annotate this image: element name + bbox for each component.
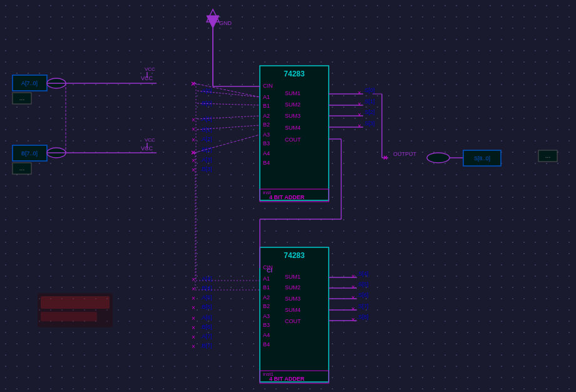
bus-b-dots: ... — [19, 165, 24, 172]
cross-s0: × — [357, 90, 361, 96]
net-s2: .S[2] — [363, 109, 375, 115]
output-connector — [427, 153, 450, 163]
ic1-title: 74283 — [284, 70, 305, 78]
input-a-label: A[7..0] — [21, 80, 38, 86]
cross-b7: × — [192, 343, 195, 350]
cross-s1: × — [357, 101, 361, 108]
net-a7: .A[7] — [200, 333, 212, 339]
vcc1-symbol: VCC — [145, 66, 155, 72]
ic1-pin-b2: B2 — [263, 121, 270, 128]
ic2-pin-cout: COUT — [285, 318, 301, 324]
ic2-pin-a1: A1 — [263, 276, 270, 282]
net-s7: .S[7] — [357, 303, 369, 309]
ic1-pin-sum3: SUM3 — [285, 113, 301, 119]
ic1-pin-a4: A4 — [263, 150, 270, 157]
ic1-pin-a2: A2 — [263, 113, 270, 119]
cross-a7: × — [192, 334, 195, 341]
ic2-type: 4 BIT ADDER — [269, 376, 305, 382]
ic1-pin-sum4: SUM4 — [285, 125, 301, 131]
cross-s2: × — [357, 111, 361, 118]
ic1-pin-a3: A3 — [263, 132, 270, 138]
bus-a-dots: ... — [19, 95, 24, 101]
cross-s7: × — [351, 306, 355, 312]
ic2-pin-b3: B3 — [263, 322, 270, 328]
cross-a4: × — [192, 276, 195, 283]
ic2-pin-sum4: SUM4 — [285, 307, 301, 313]
net-a2: .A[2] — [200, 136, 212, 142]
ic1-type: 4 BIT ADDER — [269, 194, 305, 200]
cross-s3: × — [357, 123, 361, 130]
ic1-pin-cin: CIN — [263, 83, 273, 89]
ic2-pin-b2: B2 — [263, 303, 270, 309]
cross-a3: × — [192, 157, 195, 164]
net-b3: .B[3] — [200, 166, 212, 172]
cross-a5: × — [192, 295, 195, 302]
net-s3: .S[3] — [363, 120, 375, 126]
cross-s5: × — [351, 284, 355, 291]
net-s8: .S[8] — [357, 314, 369, 320]
ic1-pin-b4: B4 — [263, 160, 270, 166]
cross-b1: × — [192, 126, 195, 133]
ic2-pin-sum1: SUM1 — [285, 274, 301, 280]
cross-a: × — [191, 80, 195, 88]
output-cross: × — [383, 153, 388, 162]
ic1-pin-sum1: SUM1 — [285, 90, 301, 96]
net-a6: .A[6] — [200, 314, 212, 321]
ic2-pin-b4: B4 — [263, 341, 270, 348]
net-s4: .S[4] — [357, 271, 369, 277]
schematic-svg: 74283 CIN A1 B1 A2 B2 A3 B3 A4 B4 SUM1 S… — [0, 0, 576, 392]
net-b7: .B[7] — [200, 343, 212, 349]
blur-bar2 — [41, 312, 97, 321]
cross-s6: × — [351, 294, 355, 301]
cross-b5: × — [192, 304, 195, 311]
net-a0: .A[0] — [200, 88, 212, 94]
net-a0-wire — [197, 91, 260, 97]
net-b6: .B[6] — [200, 324, 212, 330]
output-s-label: S[8..0] — [474, 155, 490, 162]
gnd-label: GND — [219, 20, 232, 26]
net-a3: .A[3] — [200, 157, 212, 163]
net-b5: .B[5] — [200, 304, 212, 310]
bus-s-dots: ... — [545, 152, 550, 159]
ic2-pin-a2: A2 — [263, 294, 270, 301]
vcc2-symbol: VCC — [145, 137, 155, 143]
ic2-pin-b1: B1 — [263, 284, 270, 291]
ic1-pin-a1: A1 — [263, 94, 270, 100]
ic1-pin-b3: B3 — [263, 140, 270, 147]
ic2-pin-sum2: SUM2 — [285, 284, 301, 291]
ci-label: CI — [267, 267, 272, 274]
net-a5: .A[5] — [200, 294, 212, 301]
cross-a1: × — [192, 116, 195, 123]
cross-b6: × — [192, 324, 195, 331]
cross-s4: × — [351, 273, 355, 280]
ic1-pin-sum2: SUM2 — [285, 101, 301, 108]
input-b-label: B[7..0] — [21, 150, 38, 157]
cross-s8: × — [351, 316, 355, 323]
cross-a6: × — [192, 315, 195, 322]
ic1-pin-cout: COUT — [285, 137, 301, 143]
ic2-title: 74283 — [284, 251, 305, 260]
net-b1: .B[1] — [200, 126, 212, 133]
ic2-pin-a3: A3 — [263, 313, 270, 319]
ic2-pin-sum3: SUM3 — [285, 296, 301, 302]
net-s6: .S[6] — [357, 292, 369, 298]
cross-a2: × — [192, 137, 195, 143]
blur-bar1 — [41, 296, 110, 309]
net-s0: .S[0] — [363, 87, 375, 93]
ic1-pin-b1: B1 — [263, 103, 270, 109]
cross-b4: × — [192, 286, 195, 292]
net-s5: .S[5] — [357, 281, 369, 287]
output-label: OUTPUT — [393, 151, 417, 157]
net-s1: .S[1] — [363, 98, 375, 105]
cross-b3: × — [192, 167, 195, 173]
ic2-pin-a4: A4 — [263, 332, 270, 338]
